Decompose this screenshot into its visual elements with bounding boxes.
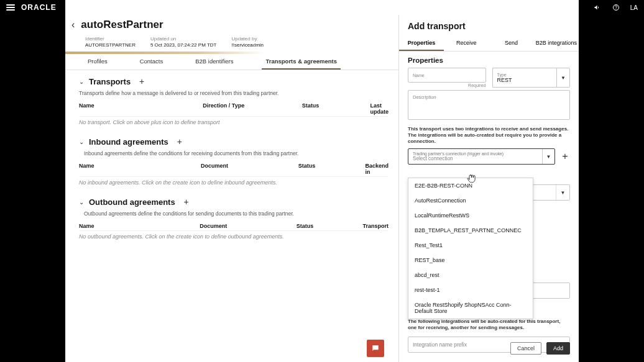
description-label: Description — [413, 94, 436, 100]
col-name: Name — [79, 102, 203, 115]
connection-label: Trading partner's connection (trigger an… — [413, 152, 538, 156]
panel-tab-b2b[interactable]: B2B integrations — [534, 36, 579, 51]
inbound-empty: No inbound agreements. Click on the crea… — [79, 179, 389, 186]
outbound-empty: No outbound agreements. Click on the cre… — [79, 233, 389, 240]
section-outbound-title: Outbound agreements — [89, 197, 175, 207]
chevron-down-icon[interactable]: ⌄ — [79, 78, 85, 85]
tab-transports-agreements[interactable]: Transports & agreements — [262, 54, 341, 70]
add-outbound-icon[interactable]: + — [182, 197, 191, 207]
description-input[interactable]: Description — [408, 90, 570, 120]
b2b-integrations-hint: The following integrations will be auto-… — [408, 319, 570, 332]
chevron-down-icon[interactable]: ▼ — [556, 185, 569, 200]
col-last-update: Last update — [370, 102, 389, 115]
type-value: REST — [497, 77, 553, 83]
section-transports-title: Transports — [89, 77, 131, 86]
dropdown-item[interactable]: B2B_TEMPLA_REST_PARTNE_CONNEC — [408, 223, 533, 238]
chevron-down-icon[interactable]: ⌄ — [79, 138, 85, 145]
connection-placeholder: Select connection — [413, 156, 538, 161]
name-label: Name — [413, 73, 481, 78]
section-inbound-desc: Inbound agreements define the conditions… — [79, 150, 389, 156]
tab-contacts[interactable]: Contacts — [136, 54, 167, 70]
back-chevron-icon[interactable]: ‹ — [71, 19, 75, 30]
dropdown-item[interactable]: AutoRestConnection — [408, 193, 533, 208]
col-direction: Direction / Type — [203, 102, 301, 115]
type-dropdown-arrow[interactable]: ▼ — [556, 68, 570, 88]
col-backend: Backend in — [365, 163, 389, 175]
dropdown-item[interactable]: rest-test-1 — [408, 283, 533, 297]
col-transport: Transport — [363, 223, 389, 229]
connection-dropdown-arrow[interactable]: ▼ — [542, 149, 554, 164]
connection-select[interactable]: Trading partner's connection (trigger an… — [408, 148, 555, 165]
user-initials[interactable]: LA — [630, 4, 638, 11]
updated-on-label: Updated on — [150, 36, 217, 42]
identifier-label: Identifier — [85, 36, 136, 42]
tab-b2b-identifiers[interactable]: B2B identifiers — [191, 54, 237, 70]
dropdown-item[interactable]: E2E-B2B-REST-CONN — [408, 178, 533, 193]
connection-hint: This transport uses two integrations to … — [408, 126, 570, 145]
add-transport-icon[interactable]: + — [137, 76, 147, 86]
col-name: Name — [79, 163, 201, 175]
integration-prefix-label: Integration name prefix — [413, 342, 467, 348]
section-inbound-title: Inbound agreements — [89, 137, 168, 147]
panel-tab-properties[interactable]: Properties — [399, 36, 444, 51]
identifier-value: AUTORESTPARTNER — [85, 42, 136, 48]
section-transports-desc: Transports define how a message is deliv… — [79, 90, 389, 96]
add-connection-icon[interactable]: + — [560, 152, 570, 161]
panel-tab-receive[interactable]: Receive — [444, 36, 489, 51]
col-document: Document — [201, 163, 298, 175]
chat-button[interactable] — [367, 340, 384, 357]
main-tabs: Profiles Contacts B2B identifiers Transp… — [65, 54, 398, 70]
brand-logo: ORACLE — [21, 3, 57, 12]
dropdown-item[interactable]: abcd_rest — [408, 268, 533, 283]
section-outbound-desc: Outbound agreements define the condition… — [79, 210, 389, 217]
add-button[interactable]: Add — [546, 342, 570, 355]
transports-empty: No transport. Click on above plus icon t… — [79, 119, 389, 125]
col-document: Document — [200, 223, 296, 229]
announce-icon[interactable] — [593, 3, 602, 12]
dropdown-item[interactable]: REST_base — [408, 253, 533, 268]
panel-title: Add transport — [399, 15, 579, 36]
type-select[interactable]: Type REST — [492, 68, 557, 88]
page-title: autoRestPartner — [81, 19, 163, 31]
svg-point-1 — [616, 9, 617, 9]
updated-on-value: 5 Oct 2023, 07:24:22 PM TDT — [150, 42, 217, 48]
updated-by-label: Updated by — [231, 36, 264, 42]
add-inbound-icon[interactable]: + — [175, 137, 185, 147]
required-hint: Required — [408, 83, 486, 88]
chevron-down-icon[interactable]: ⌄ — [79, 199, 85, 206]
updated-by-value: !!serviceadmin — [231, 42, 264, 48]
dropdown-item[interactable]: Oracle RestShopify ShopNSAcc Conn-Defaul… — [408, 297, 533, 319]
dropdown-item[interactable]: LocalRuntimeRestWS — [408, 208, 533, 223]
menu-icon[interactable] — [6, 4, 15, 11]
dropdown-item[interactable]: Rest_Test1 — [408, 238, 533, 253]
col-status: Status — [302, 102, 370, 115]
tab-profiles[interactable]: Profiles — [84, 54, 111, 70]
connection-dropdown-list: E2E-B2B-REST-CONN AutoRestConnection Loc… — [408, 178, 533, 319]
name-input[interactable]: Name — [408, 68, 486, 83]
type-label: Type — [497, 73, 553, 77]
help-icon[interactable] — [612, 3, 620, 12]
col-status: Status — [298, 163, 366, 175]
panel-tab-send[interactable]: Send — [489, 36, 534, 51]
cancel-button[interactable]: Cancel — [510, 342, 541, 355]
properties-heading: Properties — [408, 57, 570, 64]
col-status: Status — [297, 223, 363, 229]
meta-row: Identifier AUTORESTPARTNER Updated on 5 … — [65, 36, 398, 50]
col-name: Name — [79, 223, 200, 229]
